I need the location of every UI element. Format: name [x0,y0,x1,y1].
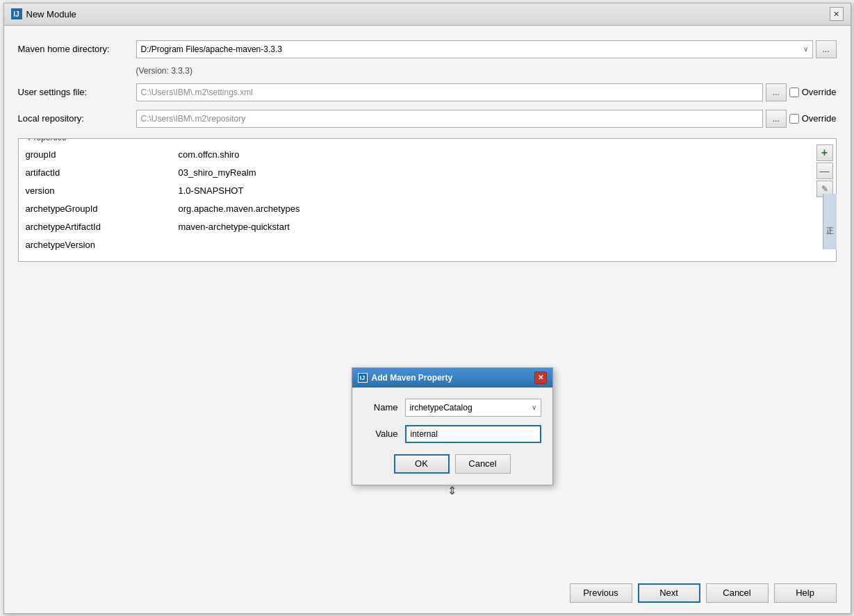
cancel-button[interactable]: Cancel [706,583,769,603]
add-property-button[interactable]: + [816,144,833,161]
local-repo-row: Local repository: ... Override [18,109,837,128]
local-repo-input-group: ... Override [136,110,837,128]
local-repo-label: Local repository: [18,113,129,124]
footer-buttons: Previous Next Cancel Help [4,576,851,613]
maven-version-text: (Version: 3.3.3) [136,66,837,76]
properties-group-label: Properties [26,138,69,142]
maven-home-browse-button[interactable]: ... [816,40,837,58]
modal-value-input[interactable] [405,425,541,443]
modal-cancel-button[interactable]: Cancel [455,454,511,474]
window-close-button[interactable]: ✕ [830,7,844,21]
user-settings-label: User settings file: [18,87,129,97]
modal-app-icon: IJ [358,373,368,383]
modal-name-combo[interactable]: irchetypeCatalog ∨ [405,399,541,417]
properties-section: Properties groupId com.offcn.shiro artif… [18,138,837,262]
table-row: archetypeArtifactId maven-archetype-quic… [26,218,808,236]
modal-name-combo-arrow: ∨ [532,403,536,411]
user-settings-input-group: ... Override [136,83,837,101]
local-repo-override-group: Override [789,110,837,128]
user-settings-input[interactable] [136,83,763,101]
table-row: archetypeVersion [26,236,808,254]
prop-value-groupid: com.offcn.shiro [179,149,240,160]
prop-value-version: 1.0-SNAPSHOT [179,185,244,196]
properties-toolbar: + — ✎ [816,144,833,197]
maven-home-combo[interactable]: D:/Program Files/apache-maven-3.3.3 ∨ [136,40,813,58]
modal-title-left: IJ Add Maven Property [358,373,453,383]
local-repo-override-label: Override [802,113,837,124]
modal-buttons: OK Cancel [363,454,541,474]
prop-value-archetype-artifactid: maven-archetype-quickstart [179,222,290,232]
app-icon: IJ [11,8,22,19]
main-window: IJ New Module ✕ Maven home directory: D:… [3,3,851,614]
modal-close-button[interactable]: ✕ [534,372,547,384]
local-repo-override-checkbox[interactable] [789,114,799,124]
modal-value-row: Value [363,425,541,443]
local-repo-input[interactable] [136,110,763,128]
user-settings-override-label: Override [802,87,837,97]
cursor-indicator: ⇕ [447,484,457,497]
modal-value-label: Value [363,428,398,439]
modal-body: Name irchetypeCatalog ∨ Value OK [352,388,552,485]
window-title: New Module [26,9,76,19]
next-button[interactable]: Next [638,583,700,603]
prop-key-archetype-artifactid: archetypeArtifactId [26,222,179,232]
modal-name-label: Name [363,402,398,413]
user-settings-row: User settings file: ... Override [18,83,837,102]
local-repo-browse-button[interactable]: ... [766,110,787,128]
user-settings-browse-button[interactable]: ... [766,83,787,101]
previous-button[interactable]: Previous [570,583,632,603]
table-row: artifactId 03_shiro_myRealm [26,164,808,182]
table-row: groupId com.offcn.shiro [26,146,808,164]
maven-home-combo-arrow: ∨ [803,45,808,53]
user-settings-override-checkbox[interactable] [789,88,799,97]
table-row: version 1.0-SNAPSHOT [26,182,808,200]
side-panel: 正 [823,194,837,249]
prop-key-archetype-groupid: archetypeGroupId [26,203,179,214]
maven-home-label: Maven home directory: [18,44,129,54]
prop-value-archetype-groupid: org.apache.maven.archetypes [179,203,300,214]
properties-wrapper: Properties groupId com.offcn.shiro artif… [18,138,837,569]
prop-key-archetype-version: archetypeVersion [26,240,179,250]
modal-name-row: Name irchetypeCatalog ∨ [363,399,541,417]
maven-home-input-group: D:/Program Files/apache-maven-3.3.3 ∨ ..… [136,40,837,58]
title-bar-left: IJ New Module [11,8,76,19]
help-button[interactable]: Help [774,583,837,603]
modal-title-text: Add Maven Property [372,373,453,383]
table-row: archetypeGroupId org.apache.maven.archet… [26,200,808,218]
content-area: Maven home directory: D:/Program Files/a… [4,26,851,576]
prop-key-version: version [26,185,179,196]
maven-home-row: Maven home directory: D:/Program Files/a… [18,40,837,59]
modal-ok-button[interactable]: OK [394,454,450,474]
prop-key-artifactid: artifactId [26,167,179,178]
properties-content: groupId com.offcn.shiro artifactId 03_sh… [19,139,836,261]
title-bar: IJ New Module ✕ [4,3,851,26]
prop-key-groupid: groupId [26,149,179,160]
user-settings-override-group: Override [789,83,837,101]
add-maven-property-dialog: IJ Add Maven Property ✕ Name irchetypeCa… [352,367,553,485]
prop-value-artifactid: 03_shiro_myRealm [179,167,256,178]
modal-title-bar: IJ Add Maven Property ✕ [352,368,552,388]
remove-property-button[interactable]: — [816,163,833,179]
